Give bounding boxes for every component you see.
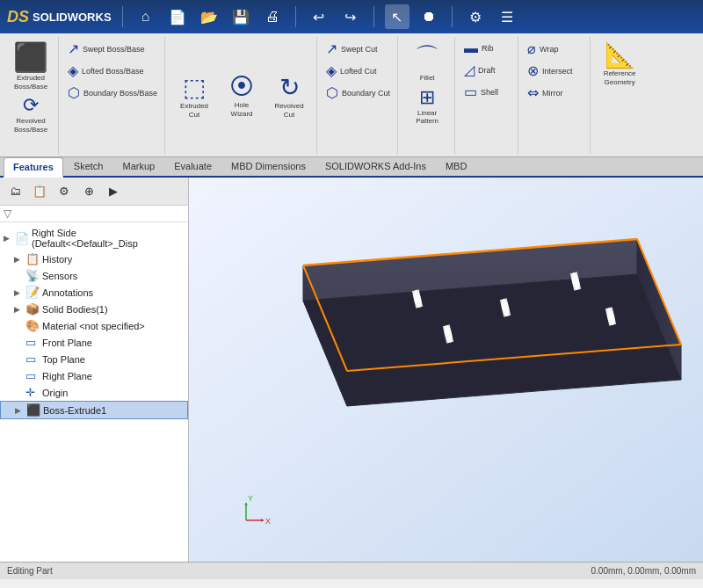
arrow-btn[interactable]: ▶ <box>102 180 125 203</box>
hole-wizard-label: HoleWizard <box>231 101 253 118</box>
annotations-icon: 📝 <box>25 286 40 299</box>
open-button[interactable]: 📂 <box>197 4 221 29</box>
boundary-boss-button[interactable]: ⬡ Boundary Boss/Base <box>64 83 161 103</box>
hole-wizard-button[interactable]: ⦿ HoleWizard <box>220 71 264 120</box>
reference-geometry-button[interactable]: 📐 ReferenceGeometry <box>598 39 641 88</box>
extruded-cut-button[interactable]: ⬚ ExtrudedCut <box>172 71 216 120</box>
root-icon: 📄 <box>15 232 29 245</box>
tree-origin[interactable]: ▶ ✛ Origin <box>0 384 188 401</box>
boundary-boss-label: Boundary Boss/Base <box>83 89 157 98</box>
tree-material[interactable]: ▶ 🎨 Material <not specified> <box>0 317 188 334</box>
sensors-label: Sensors <box>42 271 77 281</box>
swept-boss-button[interactable]: ↗ Swept Boss/Base <box>64 39 161 59</box>
crosshair-btn[interactable]: ⊕ <box>77 180 100 203</box>
redo-button[interactable]: ↪ <box>338 4 363 29</box>
shell-label: Shell <box>481 88 498 97</box>
tree-front-plane[interactable]: ▶ ▭ Front Plane <box>0 334 188 351</box>
sw-logo: SOLIDWORKS <box>33 11 112 24</box>
intersect-label: Intersect <box>542 67 573 76</box>
mirror-button[interactable]: ⇔ Mirror <box>524 83 586 103</box>
save-button[interactable]: 💾 <box>228 4 253 29</box>
boundary-cut-icon: ⬡ <box>326 84 338 101</box>
tree-history[interactable]: ▶ 📋 History <box>0 250 188 267</box>
annotations-arrow: ▶ <box>14 288 23 297</box>
tab-features[interactable]: Features <box>4 157 63 178</box>
fillet-group: ⌒ Fillet ⊞ LinearPattern <box>400 37 455 155</box>
shell-button[interactable]: ▭ Shell <box>460 82 514 102</box>
right-plane-icon: ▭ <box>25 369 40 382</box>
rib-group: ▬ Rib ◿ Draft ▭ Shell <box>457 37 518 155</box>
revolved-boss-button[interactable]: ⟳ RevolvedBoss/Base <box>9 92 53 135</box>
rib-button[interactable]: ▬ Rib <box>460 39 514 58</box>
3d-viewport[interactable]: 🔍 ⊕ ↻ ⚡ 💡 <box>189 178 703 562</box>
tree-solid-bodies[interactable]: ▶ 📦 Solid Bodies(1) <box>0 301 188 317</box>
property-tab[interactable]: 📋 <box>28 180 51 203</box>
solid-bodies-label: Solid Bodies(1) <box>42 304 108 315</box>
tb-sep3 <box>373 6 374 27</box>
lofted-boss-button[interactable]: ◈ Lofted Boss/Base <box>64 61 161 81</box>
fillet-button[interactable]: ⌒ Fillet <box>405 39 449 84</box>
swept-cut-button[interactable]: ↗ Swept Cut <box>323 39 394 59</box>
svg-text:Y: Y <box>248 494 253 503</box>
settings-button[interactable]: ⚙ <box>463 4 488 29</box>
tree-top-plane[interactable]: ▶ ▭ Top Plane <box>0 351 188 367</box>
top-plane-icon: ▭ <box>25 352 40 366</box>
right-plane-label: Right Plane <box>42 371 92 381</box>
tree-right-plane[interactable]: ▶ ▭ Right Plane <box>0 367 188 384</box>
tab-solidworks-addins[interactable]: SOLIDWORKS Add-Ins <box>316 157 435 176</box>
front-plane-label: Front Plane <box>42 338 92 348</box>
revolved-cut-label: RevolvedCut <box>274 102 303 119</box>
title-bar: DS SOLIDWORKS ⌂ 📄 📂 💾 🖨 ↩ ↪ ↖ ⏺ ⚙ ☰ <box>0 0 703 33</box>
sensors-icon: 📡 <box>25 269 40 282</box>
cut-group: ⬚ ExtrudedCut ⦿ HoleWizard ↻ RevolvedCut <box>167 37 317 155</box>
tree-boss-extrude1[interactable]: ▶ ⬛ Boss-Extrude1 <box>0 401 188 419</box>
ribbon-tabs: Features Sketch Markup Evaluate MBD Dime… <box>0 157 703 178</box>
origin-label: Origin <box>42 388 68 398</box>
tab-mbd[interactable]: MBD <box>437 157 475 176</box>
app-logo: DS SOLIDWORKS <box>7 8 112 26</box>
draft-button[interactable]: ◿ Draft <box>460 60 514 80</box>
fillet-icon: ⌒ <box>415 40 439 74</box>
revolved-cut-button[interactable]: ↻ RevolvedCut <box>267 71 311 120</box>
select-button[interactable]: ↖ <box>385 4 409 29</box>
new-button[interactable]: 📄 <box>165 4 190 29</box>
extruded-cut-label: ExtrudedCut <box>180 102 208 119</box>
home-button[interactable]: ⌂ <box>134 4 158 29</box>
linear-pattern-label: LinearPattern <box>416 109 438 126</box>
title-separator <box>122 6 123 27</box>
tree-sensors[interactable]: ▶ 📡 Sensors <box>0 267 188 284</box>
swept-boss-label: Swept Boss/Base <box>83 45 145 54</box>
feature-manager-tab[interactable]: 🗂 <box>4 180 26 203</box>
undo-button[interactable]: ↩ <box>307 4 331 29</box>
tab-sketch[interactable]: Sketch <box>65 157 112 176</box>
lofted-boss-icon: ◈ <box>68 62 78 79</box>
record-button[interactable]: ⏺ <box>417 4 441 29</box>
intersect-button[interactable]: ⊗ Intersect <box>524 61 586 81</box>
revolved-cut-icon: ↻ <box>279 73 300 102</box>
status-text: Editing Part <box>7 566 53 576</box>
tb-sep2 <box>295 6 296 27</box>
ribbon: ⬛ ExtrudedBoss/Base ⟳ RevolvedBoss/Base … <box>0 33 703 157</box>
filter-icon: ▽ <box>4 207 11 220</box>
tab-evaluate[interactable]: Evaluate <box>165 157 221 176</box>
linear-pattern-button[interactable]: ⊞ LinearPattern <box>405 84 449 127</box>
tab-mbd-dimensions[interactable]: MBD Dimensions <box>222 157 315 176</box>
extruded-boss-label: ExtrudedBoss/Base <box>14 74 47 91</box>
tab-markup[interactable]: Markup <box>114 157 164 176</box>
svg-text:X: X <box>265 517 271 526</box>
options-button[interactable]: ☰ <box>495 4 519 29</box>
tree-root[interactable]: ▶ 📄 Right Side (Default<<Default>_Disp <box>0 226 188 250</box>
ds-logo: DS <box>7 8 29 26</box>
boundary-cut-button[interactable]: ⬡ Boundary Cut <box>323 83 394 103</box>
swept-cut-group: ↗ Swept Cut ◈ Lofted Cut ⬡ Boundary Cut <box>319 37 398 155</box>
print-button[interactable]: 🖨 <box>260 4 285 29</box>
wrap-button[interactable]: ⌀ Wrap <box>524 39 586 59</box>
extruded-boss-button[interactable]: ⬛ ExtrudedBoss/Base <box>9 39 53 92</box>
wrap-icon: ⌀ <box>527 40 536 57</box>
lofted-cut-button[interactable]: ◈ Lofted Cut <box>323 61 394 81</box>
lofted-cut-icon: ◈ <box>326 62 337 79</box>
config-tab[interactable]: ⚙ <box>53 180 76 203</box>
solid-bodies-icon: 📦 <box>25 302 40 316</box>
3d-part-svg: X Y <box>189 178 703 562</box>
tree-annotations[interactable]: ▶ 📝 Annotations <box>0 284 188 301</box>
